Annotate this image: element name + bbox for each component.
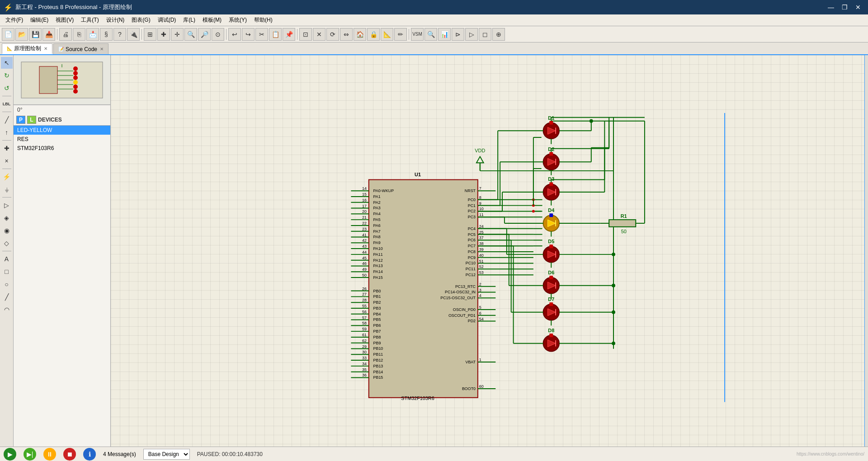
menu-item-设计[interactable]: 设计(N) <box>103 15 128 25</box>
pause-button[interactable]: ⏸ <box>43 448 56 461</box>
maximize-button[interactable]: ❐ <box>838 1 851 13</box>
schematic-tab-close[interactable]: ✕ <box>44 46 47 51</box>
svg-point-4 <box>73 75 78 80</box>
search-button[interactable]: 🔍 <box>425 28 437 41</box>
l-button[interactable]: L <box>27 116 36 124</box>
zoom-in-button[interactable]: 🔍 <box>184 28 197 41</box>
svg-text:7: 7 <box>479 186 481 191</box>
move-button[interactable]: ✛ <box>171 28 184 41</box>
svg-rect-278 <box>609 220 636 227</box>
menu-item-调试[interactable]: 调试(D) <box>154 15 180 25</box>
p-button[interactable]: P <box>16 116 25 124</box>
device-item-led-yellow[interactable]: LED-YELLOW <box>14 126 110 135</box>
undo-tool[interactable]: ↺ <box>1 82 13 94</box>
menu-item-模板[interactable]: 模板(M) <box>199 15 225 25</box>
menu-item-系统[interactable]: 系统(Y) <box>225 15 250 25</box>
line-tool[interactable]: ╱ <box>1 291 13 303</box>
new-file-button[interactable]: 📄 <box>2 28 14 41</box>
vsm-button[interactable]: VSM <box>411 28 424 41</box>
left-sep-3 <box>2 140 11 141</box>
grid-button[interactable]: ⊞ <box>144 28 156 41</box>
ground-tool[interactable]: ⏚ <box>1 183 13 195</box>
delete-button[interactable]: ✕ <box>313 28 326 41</box>
menu-item-视图[interactable]: 视图(V) <box>52 15 77 25</box>
import-button[interactable]: 📩 <box>86 28 99 41</box>
svg-text:PB7: PB7 <box>373 329 381 334</box>
toolbar: 📄 📂 💾 📥 🖨 ⎘ 📩 § ? 🔌 ⊞ ✚ ✛ 🔍 🔎 ⊙ ↩ ↪ ✂ 📋 … <box>0 26 868 42</box>
step-button[interactable]: ⊳ <box>452 28 464 41</box>
source-tab-close[interactable]: ✕ <box>100 47 104 52</box>
svg-text:PA1: PA1 <box>373 194 381 199</box>
rotate-button[interactable]: ⟳ <box>326 28 339 41</box>
bus-tool[interactable]: ↑ <box>1 127 13 138</box>
box-tool[interactable]: □ <box>1 266 13 278</box>
svg-point-315 <box>612 284 615 287</box>
redo-tool[interactable]: ↻ <box>1 70 13 81</box>
select-tool[interactable]: ↖ <box>1 57 13 69</box>
saveas-button[interactable]: 📥 <box>42 28 55 41</box>
probe-tool[interactable]: ◈ <box>1 212 13 224</box>
properties-button[interactable]: ⊕ <box>492 28 505 41</box>
minimize-button[interactable]: — <box>825 1 837 13</box>
redo-button[interactable]: ↪ <box>242 28 255 41</box>
lock-button[interactable]: 🔒 <box>367 28 380 41</box>
measure-button[interactable]: 📐 <box>381 28 393 41</box>
home-button[interactable]: 🏠 <box>354 28 366 41</box>
menu-item-文件[interactable]: 文件(F) <box>2 15 27 25</box>
wire-tool[interactable]: ⊡ <box>299 28 312 41</box>
info-button[interactable]: ℹ <box>83 448 96 461</box>
power-tool[interactable]: ⚡ <box>1 171 13 183</box>
undo-button[interactable]: ↩ <box>228 28 241 41</box>
arc-tool[interactable]: ◠ <box>1 304 13 315</box>
svg-text:57: 57 <box>362 315 367 320</box>
device-item-res[interactable]: RES <box>14 135 110 144</box>
design-select[interactable]: Base Design <box>143 449 190 460</box>
open-file-button[interactable]: 📂 <box>15 28 28 41</box>
scope-tool[interactable]: ◉ <box>1 225 13 236</box>
connect-button[interactable]: 🔌 <box>127 28 140 41</box>
close-button[interactable]: ✕ <box>852 1 864 13</box>
menu-item-图表[interactable]: 图表(G) <box>128 15 154 25</box>
add-button[interactable]: ✚ <box>157 28 170 41</box>
play-button[interactable]: ▶ <box>4 448 16 461</box>
save-button[interactable]: 💾 <box>29 28 42 41</box>
svg-text:PA5: PA5 <box>373 217 381 222</box>
cut-button[interactable]: ✂ <box>255 28 268 41</box>
noconn-tool[interactable]: × <box>1 155 13 167</box>
svg-text:24: 24 <box>479 224 484 229</box>
label-tool[interactable]: LBL <box>1 98 13 110</box>
print-button[interactable]: 🖨 <box>59 28 72 41</box>
toolbar-sep-4 <box>297 29 297 40</box>
junction-tool[interactable]: ✚ <box>1 142 13 154</box>
annotate-button[interactable]: § <box>100 28 113 41</box>
zoom-out-button[interactable]: 🔎 <box>198 28 211 41</box>
mirror-button[interactable]: ⇔ <box>340 28 353 41</box>
stop-button[interactable]: ⏹ <box>63 448 76 461</box>
step-play-button[interactable]: ▶| <box>24 448 36 461</box>
wire-tool-left[interactable]: ╱ <box>1 114 13 126</box>
device-item-stm32[interactable]: STM32F103R6 <box>14 144 110 153</box>
help-button[interactable]: ? <box>113 28 126 41</box>
zoom-fit-button[interactable]: ⊙ <box>212 28 224 41</box>
stop2-button[interactable]: ◻ <box>479 28 491 41</box>
run-button[interactable]: ▷ <box>465 28 478 41</box>
svg-text:D6: D6 <box>548 270 554 275</box>
paste-button[interactable]: 📌 <box>283 28 295 41</box>
menu-item-库[interactable]: 库(L) <box>179 15 199 25</box>
svg-point-7 <box>73 89 78 94</box>
tab-schematic[interactable]: 📐 原理图绘制 ✕ <box>2 43 52 54</box>
pin-tool[interactable]: ◇ <box>1 237 13 249</box>
tab-source[interactable]: 📝 Source Code ✕ <box>53 43 108 54</box>
copy2-button[interactable]: 📋 <box>269 28 282 41</box>
menu-item-工具[interactable]: 工具(T) <box>77 15 102 25</box>
port-tool[interactable]: ▷ <box>1 199 13 211</box>
copy-button[interactable]: ⎘ <box>73 28 85 41</box>
svg-text:PA13: PA13 <box>373 263 383 268</box>
circle-tool[interactable]: ○ <box>1 278 13 290</box>
edit-button[interactable]: ✏ <box>394 28 407 41</box>
menu-item-编辑[interactable]: 编辑(E) <box>27 15 52 25</box>
menu-item-帮助[interactable]: 帮助(H) <box>250 15 276 25</box>
text-tool[interactable]: A <box>1 253 13 265</box>
graph-button[interactable]: 📊 <box>438 28 451 41</box>
schematic-canvas[interactable]: VDD U1 STM32F103R6 14 PA0-WKUP 15 PA1 16… <box>111 55 864 447</box>
